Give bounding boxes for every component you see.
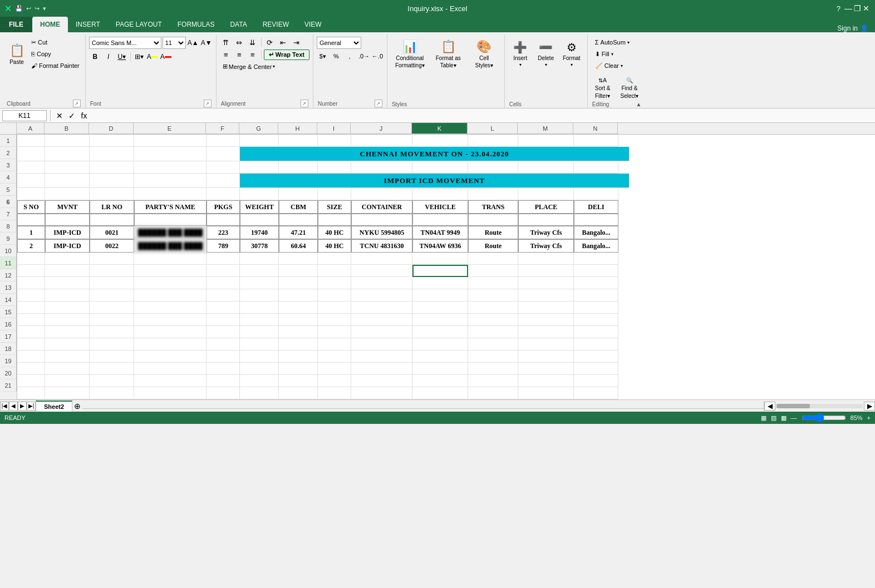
row-header-19[interactable]: 19: [0, 355, 17, 367]
cell-n12[interactable]: [574, 277, 618, 289]
italic-button[interactable]: I: [102, 51, 115, 63]
row-header-2[interactable]: 2: [0, 147, 17, 159]
cell-d7[interactable]: [90, 214, 134, 226]
close-btn[interactable]: ✕: [862, 4, 871, 12]
cell-k19[interactable]: [412, 363, 468, 375]
cell-f21[interactable]: [207, 387, 240, 399]
cell-h9[interactable]: 60.64: [279, 239, 318, 253]
cell-h1[interactable]: [279, 135, 318, 147]
row-header-3[interactable]: 3: [0, 159, 17, 171]
currency-btn[interactable]: $▾: [317, 51, 329, 62]
cell-k21[interactable]: [412, 387, 468, 399]
cell-i5[interactable]: [318, 188, 351, 200]
cell-d17[interactable]: [90, 338, 134, 350]
cell-d16[interactable]: [90, 326, 134, 338]
cell-m21[interactable]: [518, 387, 574, 399]
cell-h18[interactable]: [279, 350, 318, 363]
cell-b7[interactable]: [45, 214, 90, 226]
cell-g12[interactable]: [240, 277, 279, 289]
cell-b19[interactable]: [45, 363, 90, 375]
merge-center-btn[interactable]: ⊞ Merge & Center ▾: [220, 61, 278, 72]
align-bottom-btn[interactable]: ⇊: [247, 37, 259, 48]
sort-filter-btn[interactable]: ⇅A Sort & Filter▾: [591, 76, 615, 101]
cell-e17[interactable]: [134, 338, 207, 350]
cell-e18[interactable]: [134, 350, 207, 363]
cell-pkgs-header[interactable]: PKGS: [207, 200, 240, 214]
quick-access-undo[interactable]: ↩: [26, 5, 31, 12]
row-header-15[interactable]: 15: [0, 306, 17, 318]
cell-k5[interactable]: [412, 188, 468, 200]
col-header-n[interactable]: N: [573, 123, 618, 134]
cell-m15[interactable]: [518, 314, 574, 326]
col-header-g[interactable]: G: [239, 123, 278, 134]
cell-i8[interactable]: 40 HC: [318, 226, 351, 239]
copy-button[interactable]: ⎘ Copy: [29, 48, 82, 60]
cell-partyname-header[interactable]: PARTY'S NAME: [134, 200, 207, 214]
cell-j19[interactable]: [351, 363, 412, 375]
tab-formulas[interactable]: FORMULAS: [170, 17, 223, 32]
cell-f14[interactable]: [207, 302, 240, 314]
cell-g13[interactable]: [240, 289, 279, 302]
cell-a2[interactable]: [17, 147, 45, 161]
cell-n3[interactable]: [574, 161, 618, 174]
cell-n20[interactable]: [574, 375, 618, 387]
cell-m10[interactable]: [518, 253, 574, 265]
cell-cbm-header[interactable]: CBM: [279, 200, 318, 214]
cell-j12[interactable]: [351, 277, 412, 289]
name-box[interactable]: [2, 110, 47, 121]
sheet-nav-prev[interactable]: ◀: [9, 402, 18, 411]
cell-m17[interactable]: [518, 338, 574, 350]
cell-e7[interactable]: [134, 214, 207, 226]
cell-b8[interactable]: IMP-ICD: [45, 226, 90, 239]
cell-n9[interactable]: Bangalo...: [574, 239, 618, 253]
conditional-formatting-btn[interactable]: 📊 Conditional Formatting▾: [391, 37, 429, 71]
cell-e16[interactable]: [134, 326, 207, 338]
cell-j15[interactable]: [351, 314, 412, 326]
cell-j1[interactable]: [351, 135, 412, 147]
view-page-btn[interactable]: ▩: [781, 414, 786, 422]
cell-a4[interactable]: [17, 174, 45, 188]
cell-j16[interactable]: [351, 326, 412, 338]
tab-home[interactable]: HOME: [32, 17, 68, 32]
cell-k16[interactable]: [412, 326, 468, 338]
cell-j17[interactable]: [351, 338, 412, 350]
increase-font-btn[interactable]: A▲: [187, 37, 199, 49]
cell-f2[interactable]: [207, 147, 240, 161]
dec-decrease-btn[interactable]: ←.0: [371, 51, 384, 62]
number-format-select[interactable]: General: [317, 37, 361, 49]
cell-sno-header[interactable]: S NO: [17, 200, 45, 214]
cell-b9[interactable]: IMP-ICD: [45, 239, 90, 253]
indent-left-btn[interactable]: ⇤: [277, 37, 289, 48]
cell-a3[interactable]: [17, 161, 45, 174]
cell-a5[interactable]: [17, 188, 45, 200]
cell-j5[interactable]: [351, 188, 412, 200]
cell-b3[interactable]: [45, 161, 90, 174]
cell-j20[interactable]: [351, 375, 412, 387]
col-header-e[interactable]: E: [134, 123, 206, 134]
insert-function-icon[interactable]: fx: [78, 110, 90, 121]
cell-k20[interactable]: [412, 375, 468, 387]
cell-k15[interactable]: [412, 314, 468, 326]
bold-button[interactable]: B: [89, 51, 101, 63]
cell-k1[interactable]: [412, 135, 468, 147]
find-select-btn[interactable]: 🔍 Find & Select▾: [617, 76, 643, 101]
cell-k18[interactable]: [412, 350, 468, 363]
cell-k8[interactable]: TN04AT 9949: [412, 226, 468, 239]
cell-i21[interactable]: [318, 387, 351, 399]
cell-n11[interactable]: [574, 265, 618, 277]
col-header-l[interactable]: L: [468, 123, 518, 134]
insert-btn[interactable]: ➕ Insert ▾: [508, 37, 533, 71]
row-header-11[interactable]: 11: [0, 257, 17, 269]
cell-g11[interactable]: [240, 265, 279, 277]
cell-l15[interactable]: [468, 314, 518, 326]
sheet-nav-last[interactable]: ▶|: [27, 402, 36, 411]
font-color-button[interactable]: A: [160, 51, 172, 63]
row-header-20[interactable]: 20: [0, 367, 17, 379]
cell-k9[interactable]: TN04AW 6936: [412, 239, 468, 253]
cell-d9[interactable]: 0022: [90, 239, 134, 253]
cell-l3[interactable]: [468, 161, 518, 174]
cell-place-header[interactable]: PLACE: [518, 200, 574, 214]
cell-h21[interactable]: [279, 387, 318, 399]
cell-f17[interactable]: [207, 338, 240, 350]
row-header-18[interactable]: 18: [0, 343, 17, 355]
